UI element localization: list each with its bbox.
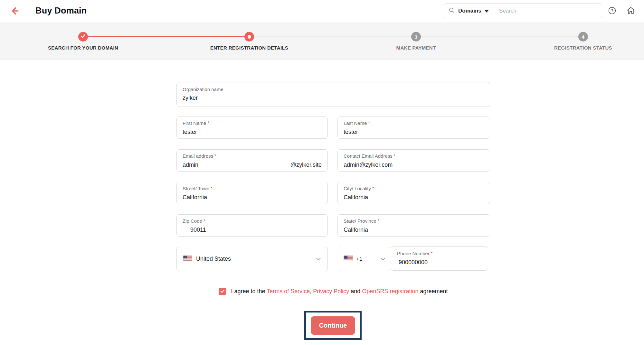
first-name-value: tester <box>183 128 322 135</box>
privacy-policy-link[interactable]: Privacy Policy <box>313 288 349 294</box>
state-province-field[interactable]: State/ Province* California <box>337 214 490 237</box>
email-address-label: Email address* <box>183 153 322 159</box>
required-asterisk: * <box>431 251 432 256</box>
check-icon <box>80 34 86 40</box>
agreement-text: I agree to the Terms of Service, Privacy… <box>231 288 448 295</box>
required-asterisk: * <box>204 218 205 223</box>
us-flag-icon <box>344 256 353 263</box>
us-flag-icon <box>183 256 192 262</box>
step-4-number: 4 <box>582 34 584 40</box>
caret-down-icon <box>485 10 488 13</box>
first-name-label: First Name* <box>183 120 322 126</box>
organization-name-value: zylker <box>183 94 484 101</box>
country-select[interactable]: United States <box>176 247 328 271</box>
contact-email-value: admin@zylker.com <box>344 161 484 168</box>
opensrs-registration-link[interactable]: OpenSRS registration <box>362 288 418 294</box>
step-3-number: 3 <box>415 34 417 40</box>
search-scope-selector[interactable]: Domains <box>455 8 488 14</box>
organization-name-field[interactable]: Organization name zylker <box>176 82 490 107</box>
required-asterisk: * <box>378 218 379 223</box>
check-icon <box>220 289 225 294</box>
required-asterisk: * <box>394 153 395 158</box>
step-3-circle: 3 <box>411 32 421 42</box>
required-asterisk: * <box>368 120 370 126</box>
last-name-label: Last Name* <box>344 120 484 126</box>
zip-code-field[interactable]: Zip Code* 90011 <box>176 214 328 237</box>
contact-email-label: Contact Email Address* <box>344 153 484 159</box>
search-scope-label: Domains <box>458 8 481 14</box>
organization-name-label: Organization name <box>183 87 484 92</box>
step-4-label: REGISTRATION STATUS <box>554 45 612 51</box>
help-icon: ? <box>608 6 616 16</box>
phone-country-code-select[interactable]: +1 <box>339 247 390 271</box>
agreement-row: I agree to the Terms of Service, Privacy… <box>176 288 490 295</box>
street-town-field[interactable]: Street/ Town* California <box>176 182 328 204</box>
first-name-field[interactable]: First Name* tester <box>176 117 328 139</box>
back-button[interactable] <box>8 5 21 18</box>
active-step-dot <box>248 35 251 39</box>
continue-button[interactable]: Continue <box>311 316 355 335</box>
continue-button-focus-outline: Continue <box>304 311 362 340</box>
street-town-label: Street/ Town* <box>183 186 322 191</box>
required-asterisk: * <box>214 153 216 158</box>
step-3-label: MAKE PAYMENT <box>396 45 436 51</box>
header: Buy Domain Domains ? <box>0 0 644 23</box>
chevron-down-icon <box>316 256 321 262</box>
required-asterisk: * <box>372 186 374 191</box>
chevron-down-icon <box>380 256 385 262</box>
last-name-value: tester <box>344 128 484 135</box>
required-asterisk: * <box>207 120 209 126</box>
terms-of-service-link[interactable]: Terms of Service <box>267 288 310 294</box>
city-locality-value: California <box>344 194 484 201</box>
city-locality-label: City/ Locality* <box>344 186 484 191</box>
country-select-value: United States <box>196 256 316 262</box>
required-asterisk: * <box>211 186 212 191</box>
phone-number-label: Phone Number* <box>397 251 482 256</box>
step-1-label: SEARCH FOR YOUR DOMAIN <box>48 45 118 51</box>
page-title: Buy Domain <box>35 6 87 16</box>
search-icon <box>449 7 455 15</box>
zip-code-value: 90011 <box>190 226 322 233</box>
help-button[interactable]: ? <box>607 6 617 16</box>
step-1-circle[interactable] <box>78 32 88 42</box>
phone-number-value: 900000000 <box>399 259 482 266</box>
step-2-label: ENTER REGISTRATION DETAILS <box>210 45 288 51</box>
phone-number-field[interactable]: Phone Number* 900000000 <box>391 246 488 271</box>
street-town-value: California <box>183 194 322 201</box>
contact-email-field[interactable]: Contact Email Address* admin@zylker.com <box>337 149 490 172</box>
step-2-circle <box>244 32 254 42</box>
phone-country-code-value: +1 <box>356 256 380 262</box>
step-4-circle: 4 <box>578 32 588 42</box>
state-province-value: California <box>344 226 484 233</box>
email-domain-suffix: @zylker.site <box>290 161 322 168</box>
zip-code-label: Zip Code* <box>183 218 322 224</box>
progress-stepper: 3 4 SEARCH FOR YOUR DOMAIN ENTER REGISTR… <box>0 23 644 60</box>
city-locality-field[interactable]: City/ Locality* California <box>337 182 490 204</box>
agreement-checkbox[interactable] <box>219 288 226 295</box>
last-name-field[interactable]: Last Name* tester <box>337 117 490 139</box>
email-address-field[interactable]: Email address* admin @zylker.site <box>176 149 328 172</box>
search-separator <box>493 7 493 15</box>
global-search-bar: Domains <box>444 4 602 18</box>
home-icon <box>626 6 635 16</box>
home-button[interactable] <box>626 6 636 16</box>
stepper-track-completed <box>83 36 249 37</box>
email-address-value: admin <box>183 161 198 168</box>
state-province-label: State/ Province* <box>344 218 484 224</box>
back-arrow-icon <box>9 5 20 17</box>
svg-text:?: ? <box>611 8 613 13</box>
search-input[interactable] <box>498 7 597 14</box>
header-divider <box>26 5 26 18</box>
